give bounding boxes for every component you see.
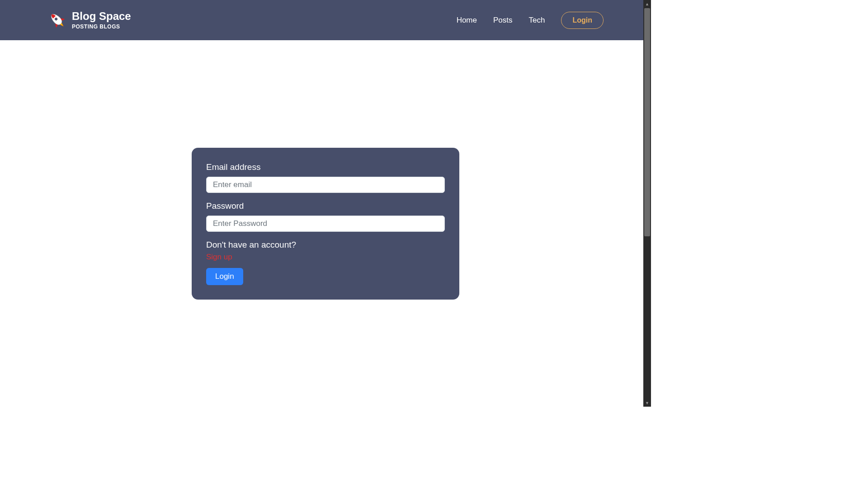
navbar: Blog Space POSTING BLOGS Home Posts Tech… xyxy=(0,0,651,40)
brand[interactable]: Blog Space POSTING BLOGS xyxy=(47,10,131,30)
email-input[interactable] xyxy=(206,177,445,193)
signup-section: Don't have an account? Sign up xyxy=(206,240,445,262)
signup-prompt: Don't have an account? xyxy=(206,240,445,250)
nav-login-button[interactable]: Login xyxy=(561,12,604,29)
email-label: Email address xyxy=(206,162,445,172)
brand-title: Blog Space xyxy=(72,10,131,22)
vertical-scrollbar-track[interactable]: ▲ ▼ xyxy=(643,0,651,407)
scrollbar-up-arrow-icon[interactable]: ▲ xyxy=(643,0,651,8)
rocket-logo-icon xyxy=(47,10,67,30)
brand-text: Blog Space POSTING BLOGS xyxy=(72,10,131,29)
main-content: Email address Password Don't have an acc… xyxy=(0,40,651,407)
email-group: Email address xyxy=(206,162,445,193)
nav-link-tech[interactable]: Tech xyxy=(529,16,545,25)
nav-link-home[interactable]: Home xyxy=(457,16,477,25)
nav-right: Home Posts Tech Login xyxy=(457,12,604,29)
brand-subtitle: POSTING BLOGS xyxy=(72,23,131,30)
nav-link-posts[interactable]: Posts xyxy=(493,16,513,25)
password-label: Password xyxy=(206,201,445,211)
login-card: Email address Password Don't have an acc… xyxy=(192,148,459,300)
signup-link[interactable]: Sign up xyxy=(206,253,232,261)
password-input[interactable] xyxy=(206,216,445,232)
login-submit-button[interactable]: Login xyxy=(206,268,243,285)
password-group: Password xyxy=(206,201,445,232)
scrollbar-down-arrow-icon[interactable]: ▼ xyxy=(643,399,651,407)
vertical-scrollbar-thumb[interactable] xyxy=(644,8,650,236)
